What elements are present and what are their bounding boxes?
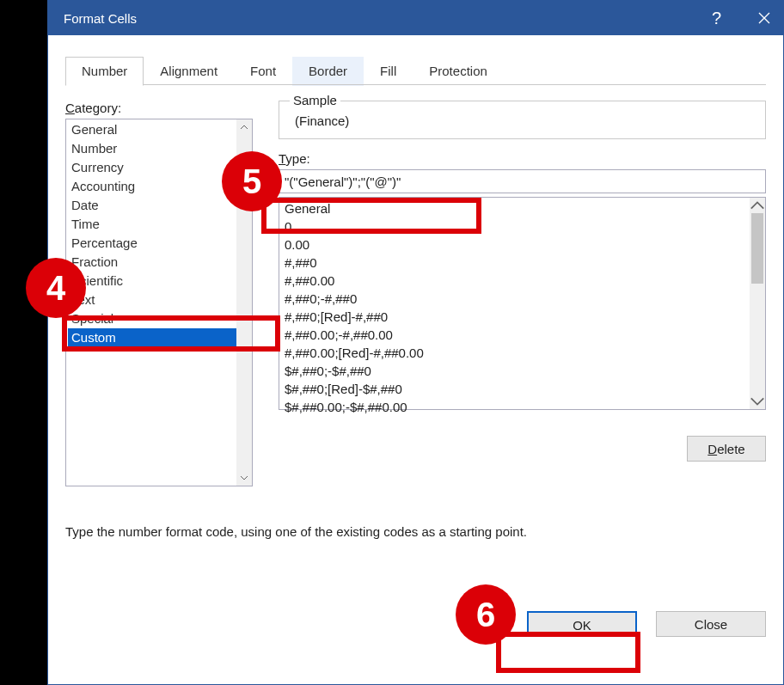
format-code-item[interactable]: #,##0.00 — [283, 272, 750, 290]
window-title: Format Cells — [64, 11, 137, 26]
format-code-item[interactable]: #,##0;[Red]-#,##0 — [283, 308, 750, 326]
tab-protection[interactable]: Protection — [413, 57, 504, 86]
close-button[interactable]: Close — [656, 611, 766, 637]
type-input[interactable] — [279, 169, 766, 193]
format-code-item[interactable]: 0.00 — [283, 235, 750, 254]
format-code-item[interactable]: #,##0.00;[Red]-#,##0.00 — [283, 344, 750, 362]
number-tab-content: Category: GeneralNumberCurrencyAccountin… — [65, 101, 766, 486]
delete-button-label: Delete — [707, 442, 744, 456]
format-code-item[interactable]: #,##0 — [283, 254, 750, 272]
sample-value: (Finance) — [290, 113, 755, 128]
annotation-box-5 — [261, 198, 481, 234]
scroll-down-icon[interactable] — [750, 394, 765, 409]
category-item-fraction[interactable]: Fraction — [68, 253, 236, 272]
scroll-up-icon[interactable] — [750, 198, 765, 213]
format-code-item[interactable]: #,##0;-#,##0 — [283, 290, 750, 308]
format-code-item[interactable]: $#,##0.00;-$#,##0.00 — [283, 398, 750, 416]
annotation-step-5: 5 — [222, 151, 282, 211]
scrollbar-track[interactable] — [750, 198, 765, 409]
tab-border[interactable]: Border — [292, 57, 364, 86]
sample-group: Sample (Finance) — [279, 101, 766, 139]
close-icon[interactable] — [757, 11, 771, 25]
category-item-time[interactable]: Time — [68, 215, 236, 234]
delete-row: Delete — [279, 436, 766, 462]
category-item-currency[interactable]: Currency — [68, 158, 236, 177]
type-label: Type: — [279, 151, 766, 166]
delete-button[interactable]: Delete — [687, 436, 766, 462]
scroll-down-icon[interactable] — [236, 470, 252, 486]
annotation-box-4 — [62, 315, 280, 352]
category-item-date[interactable]: Date — [68, 196, 236, 215]
scrollbar-thumb[interactable] — [751, 213, 763, 284]
tab-strip: NumberAlignmentFontBorderFillProtection — [65, 56, 766, 85]
titlebar: Format Cells ? — [48, 1, 783, 35]
sample-label: Sample — [290, 93, 340, 107]
tab-fill[interactable]: Fill — [364, 57, 413, 86]
scroll-up-icon[interactable] — [236, 119, 252, 135]
tab-underline — [65, 84, 766, 85]
category-item-percentage[interactable]: Percentage — [68, 234, 236, 253]
format-detail-column: Sample (Finance) Type: General00.00#,##0… — [279, 101, 766, 486]
annotation-box-6 — [496, 632, 640, 673]
dialog-footer: OK Close — [65, 611, 766, 637]
tab-font[interactable]: Font — [234, 57, 292, 86]
category-item-text[interactable]: Text — [68, 291, 236, 309]
annotation-step-6: 6 — [456, 584, 516, 645]
help-icon[interactable]: ? — [712, 9, 721, 28]
category-item-accounting[interactable]: Accounting — [68, 177, 236, 196]
category-item-scientific[interactable]: Scientific — [68, 272, 236, 291]
format-code-item[interactable]: $#,##0;[Red]-$#,##0 — [283, 380, 750, 398]
annotation-step-4: 4 — [26, 258, 86, 318]
category-column: Category: GeneralNumberCurrencyAccountin… — [65, 101, 253, 486]
titlebar-controls: ? — [712, 9, 771, 28]
category-label: Category: — [65, 101, 253, 115]
tab-alignment[interactable]: Alignment — [144, 57, 234, 86]
category-item-general[interactable]: General — [68, 120, 236, 139]
hint-text: Type the number format code, using one o… — [65, 524, 766, 539]
format-code-item[interactable]: $#,##0;-$#,##0 — [283, 362, 750, 380]
category-item-number[interactable]: Number — [68, 139, 236, 158]
format-code-item[interactable]: #,##0.00;-#,##0.00 — [283, 326, 750, 344]
tab-number[interactable]: Number — [65, 57, 144, 86]
